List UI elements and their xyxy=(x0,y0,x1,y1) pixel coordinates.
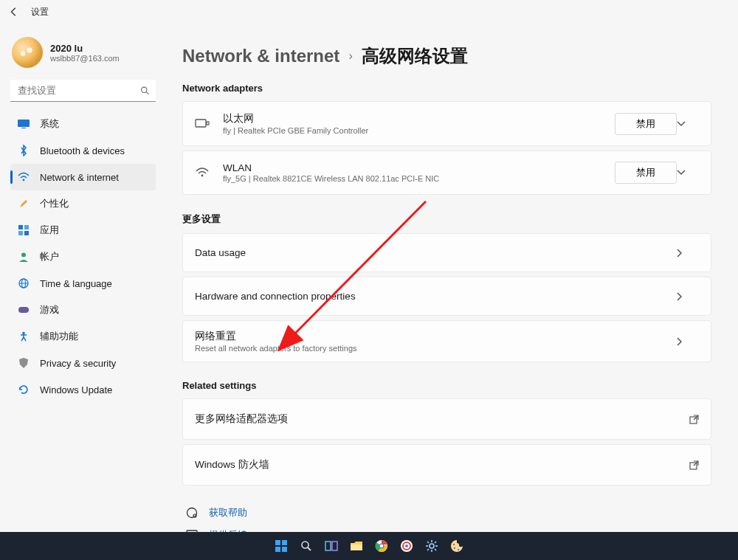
svg-rect-31 xyxy=(332,542,337,550)
sidebar-item-label: 应用 xyxy=(40,224,59,237)
adapter-wlan-card[interactable]: WLAN fly_5G | Realtek 8821CE Wireless LA… xyxy=(182,151,711,195)
nav: 系统 Bluetooth & devices Network & interne… xyxy=(10,111,156,403)
wifi-icon xyxy=(18,171,30,183)
svg-rect-3 xyxy=(21,128,26,128)
network-reset-card[interactable]: 网络重置 Reset all network adapters to facto… xyxy=(182,320,711,362)
bluetooth-icon xyxy=(18,145,30,156)
accessibility-icon xyxy=(18,331,30,342)
svg-rect-15 xyxy=(196,120,206,127)
adapter-title: 以太网 xyxy=(223,112,615,125)
card-sub: Reset all network adapters to factory se… xyxy=(195,344,677,353)
page-title: 高级网络设置 xyxy=(362,44,468,68)
sidebar-item-label: Windows Update xyxy=(40,384,112,395)
sidebar-item-label: 个性化 xyxy=(40,197,69,210)
taskbar-search-button[interactable] xyxy=(296,536,317,556)
shield-icon xyxy=(18,357,30,369)
chevron-right-icon xyxy=(677,249,699,257)
chevron-down-icon[interactable] xyxy=(677,121,699,127)
sidebar-item-label: Time & language xyxy=(40,278,112,289)
paint-button[interactable] xyxy=(446,536,467,556)
sidebar-item-windows-update[interactable]: Windows Update xyxy=(10,376,156,403)
apps-icon xyxy=(18,224,30,236)
svg-point-28 xyxy=(302,542,308,548)
sidebar-item-time-language[interactable]: Time & language xyxy=(10,270,156,297)
section-more-head: 更多设置 xyxy=(182,212,711,226)
chevron-right-icon xyxy=(677,337,699,346)
svg-rect-7 xyxy=(18,231,23,235)
svg-line-46 xyxy=(435,542,436,543)
breadcrumb-parent[interactable]: Network & internet xyxy=(182,46,339,66)
svg-point-4 xyxy=(23,179,25,182)
svg-rect-27 xyxy=(282,547,287,552)
more-adapter-options-card[interactable]: 更多网络适配器选项 xyxy=(182,398,711,440)
user-block[interactable]: 2020 lu wslbb87@163.com xyxy=(10,32,156,74)
sidebar-item-gaming[interactable]: 游戏 xyxy=(10,297,156,323)
update-icon xyxy=(18,384,30,395)
hardware-properties-card[interactable]: Hardware and connection properties xyxy=(182,277,711,316)
svg-line-47 xyxy=(427,549,429,550)
gamepad-icon xyxy=(18,304,30,316)
chevron-right-icon xyxy=(677,292,699,301)
sidebar-item-network[interactable]: Network & internet xyxy=(10,164,156,190)
user-icon xyxy=(18,251,30,263)
adapter-sub: fly | Realtek PCIe GBE Family Controller xyxy=(223,126,615,135)
svg-rect-25 xyxy=(282,540,287,545)
system-icon xyxy=(18,118,30,130)
sidebar-item-bluetooth[interactable]: Bluetooth & devices xyxy=(10,137,156,164)
sidebar-item-label: 系统 xyxy=(40,117,59,131)
disable-button[interactable]: 禁用 xyxy=(615,113,677,135)
user-email: wslbb87@163.com xyxy=(50,54,120,63)
sidebar-item-accessibility[interactable]: 辅助功能 xyxy=(10,323,156,350)
sidebar: 2020 lu wslbb87@163.com 系统 Bluetooth & d… xyxy=(0,24,166,532)
disable-button[interactable]: 禁用 xyxy=(615,162,677,184)
windows-firewall-card[interactable]: Windows 防火墙 xyxy=(182,444,711,485)
svg-point-38 xyxy=(405,545,408,547)
svg-point-17 xyxy=(201,175,204,177)
user-name: 2020 lu xyxy=(50,43,120,54)
adapter-title: WLAN xyxy=(223,162,615,173)
browser-button[interactable] xyxy=(396,536,417,556)
sidebar-item-personalization[interactable]: 个性化 xyxy=(10,190,156,217)
search-icon xyxy=(140,86,150,96)
card-title: 更多网络适配器选项 xyxy=(195,412,689,426)
sidebar-item-apps[interactable]: 应用 xyxy=(10,217,156,243)
card-title: Hardware and connection properties xyxy=(195,291,677,302)
external-link-icon xyxy=(689,460,699,470)
sidebar-item-label: Privacy & security xyxy=(40,358,116,369)
breadcrumb: Network & internet › 高级网络设置 xyxy=(182,44,711,68)
sidebar-item-privacy[interactable]: Privacy & security xyxy=(10,350,156,376)
sidebar-item-label: Network & internet xyxy=(40,172,119,183)
start-button[interactable] xyxy=(271,536,292,556)
svg-point-20 xyxy=(187,508,197,518)
settings-button[interactable] xyxy=(421,536,442,556)
chevron-down-icon[interactable] xyxy=(677,170,699,176)
svg-point-14 xyxy=(22,332,25,335)
adapter-ethernet-card[interactable]: 以太网 fly | Realtek PCIe GBE Family Contro… xyxy=(182,101,711,146)
data-usage-card[interactable]: Data usage xyxy=(182,233,711,272)
back-button[interactable] xyxy=(7,5,21,18)
task-view-button[interactable] xyxy=(321,536,342,556)
sidebar-item-accounts[interactable]: 帐户 xyxy=(10,243,156,270)
sidebar-item-system[interactable]: 系统 xyxy=(10,111,156,137)
chrome-button[interactable] xyxy=(371,536,392,556)
taskbar xyxy=(0,532,738,560)
svg-point-9 xyxy=(21,253,26,257)
sidebar-item-label: 帐户 xyxy=(40,250,59,263)
ethernet-icon xyxy=(195,118,210,130)
brush-icon xyxy=(18,198,30,210)
svg-point-49 xyxy=(454,547,455,549)
get-help-link[interactable]: 获取帮助 xyxy=(182,502,711,524)
globe-icon xyxy=(18,277,30,289)
help-icon xyxy=(185,506,199,519)
svg-rect-32 xyxy=(351,545,362,550)
svg-rect-24 xyxy=(275,540,280,545)
card-title: Windows 防火墙 xyxy=(195,458,689,471)
svg-rect-5 xyxy=(18,225,23,229)
app-title: 设置 xyxy=(31,6,49,18)
help-link-text: 获取帮助 xyxy=(209,507,247,519)
search-input[interactable] xyxy=(10,80,156,102)
give-feedback-link[interactable]: 提供反馈 xyxy=(182,524,711,532)
chevron-right-icon: › xyxy=(348,49,352,63)
explorer-button[interactable] xyxy=(346,536,367,556)
svg-point-0 xyxy=(142,87,147,92)
